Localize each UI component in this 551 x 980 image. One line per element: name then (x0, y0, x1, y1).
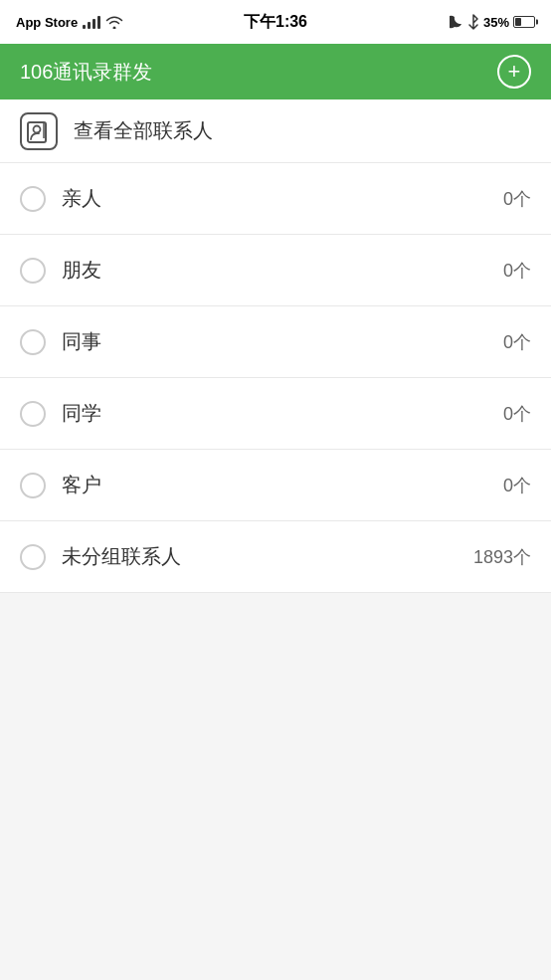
bluetooth-icon (467, 14, 479, 30)
moon-icon (450, 15, 463, 29)
group-radio-1[interactable] (20, 258, 46, 284)
group-name: 未分组联系人 (62, 543, 473, 570)
group-count: 0个 (503, 330, 531, 354)
group-item[interactable]: 同事 0个 (0, 306, 551, 378)
wifi-icon (105, 15, 123, 29)
status-bar: App Store 下午1:36 35% (0, 0, 551, 44)
group-radio-5[interactable] (20, 544, 46, 570)
group-item[interactable]: 朋友 0个 (0, 235, 551, 306)
group-name: 客户 (62, 472, 503, 498)
group-item[interactable]: 未分组联系人 1893个 (0, 521, 551, 593)
svg-point-1 (34, 125, 41, 132)
battery-icon (513, 16, 535, 28)
nav-bar: 106通讯录群发 + (0, 44, 551, 99)
view-all-contacts-row[interactable]: 查看全部联系人 (0, 99, 551, 163)
empty-space (0, 593, 551, 980)
status-left: App Store (16, 15, 123, 30)
group-name: 朋友 (62, 257, 503, 284)
group-count: 0个 (503, 187, 531, 211)
group-name: 亲人 (62, 185, 503, 212)
group-radio-4[interactable] (20, 473, 46, 498)
view-all-label: 查看全部联系人 (74, 117, 213, 144)
add-button[interactable]: + (497, 55, 531, 89)
group-radio-3[interactable] (20, 401, 46, 427)
group-count: 0个 (503, 259, 531, 283)
group-item[interactable]: 亲人 0个 (0, 163, 551, 235)
group-count: 0个 (503, 402, 531, 426)
status-right: 35% (450, 14, 535, 30)
battery-percentage: 35% (483, 15, 509, 30)
group-item[interactable]: 同学 0个 (0, 378, 551, 450)
group-name: 同学 (62, 400, 503, 427)
group-item[interactable]: 客户 0个 (0, 450, 551, 521)
nav-title: 106通讯录群发 (20, 59, 152, 86)
group-radio-2[interactable] (20, 329, 46, 355)
group-name: 同事 (62, 328, 503, 355)
signal-icon (83, 15, 100, 29)
group-count: 1893个 (473, 545, 531, 569)
group-radio-0[interactable] (20, 186, 46, 212)
app-store-label: App Store (16, 15, 78, 30)
contacts-icon (20, 112, 58, 150)
status-time: 下午1:36 (244, 12, 307, 33)
group-count: 0个 (503, 474, 531, 497)
group-list: 亲人 0个 朋友 0个 同事 0个 同学 0个 客户 0个 未分组联系人 189… (0, 163, 551, 593)
